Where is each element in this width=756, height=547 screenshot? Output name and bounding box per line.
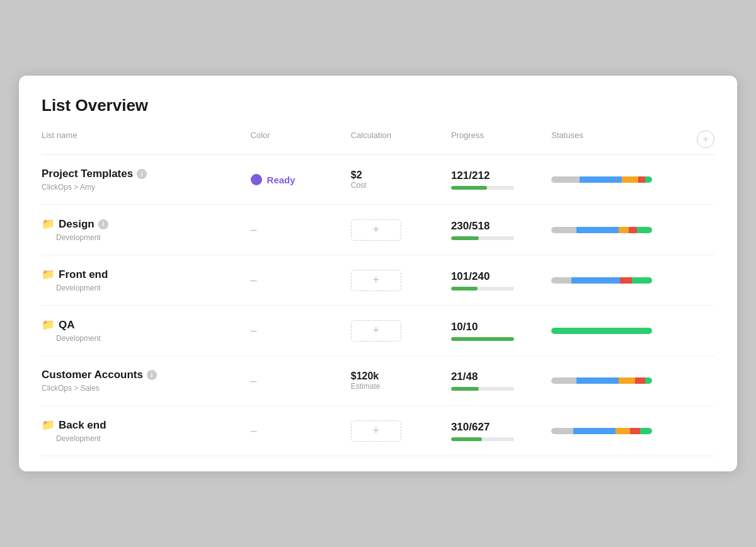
add-column-area: + (677, 130, 714, 148)
info-icon[interactable]: i (147, 370, 157, 380)
statuses-cell (551, 377, 677, 384)
list-overview-card: List Overview List name Color Calculatio… (19, 76, 737, 471)
calc-type: Cost (351, 181, 451, 190)
status-segment (619, 227, 629, 233)
progress-bar-fill (451, 287, 478, 291)
table-row: 📁Front endDevelopment–+101/240 (42, 255, 714, 306)
table-row: 📁QADevelopment–+10/10 (42, 306, 714, 356)
progress-number: 121/212 (451, 170, 551, 182)
status-segment (645, 176, 652, 183)
color-cell: – (251, 324, 351, 337)
color-cell: – (251, 223, 351, 236)
breadcrumb: Development (42, 284, 251, 292)
list-name-text: Customer Accounts (42, 369, 143, 381)
progress-cell: 10/10 (451, 321, 551, 341)
progress-cell: 121/212 (451, 170, 551, 190)
color-dash: – (251, 274, 257, 287)
status-segment (645, 377, 652, 384)
folder-icon: 📁 (42, 318, 55, 331)
col-calculation: Calculation (351, 130, 451, 148)
status-segment (637, 227, 652, 233)
progress-bar (451, 387, 514, 391)
breadcrumb: Development (42, 233, 251, 242)
color-dash: – (251, 223, 257, 236)
calculation-cell: + (351, 320, 451, 342)
progress-cell: 230/518 (451, 220, 551, 240)
col-list-name: List name (42, 130, 251, 148)
table-row: Customer AccountsiClickOps > Sales–$120k… (42, 356, 714, 406)
progress-number: 230/518 (451, 220, 551, 233)
add-column-button[interactable]: + (697, 130, 714, 148)
status-segment (551, 176, 580, 183)
color-cell: – (251, 424, 351, 437)
color-dash: – (251, 324, 257, 337)
folder-icon: 📁 (42, 217, 55, 231)
color-cell: – (251, 274, 351, 287)
color-dot (251, 174, 262, 185)
col-statuses: Statuses (551, 130, 677, 148)
progress-bar (451, 337, 514, 341)
list-name-text: QA (59, 319, 75, 331)
status-segment (551, 227, 576, 233)
status-bar (551, 176, 652, 183)
list-name-cell: Customer AccountsiClickOps > Sales (42, 369, 251, 393)
statuses-cell (551, 428, 677, 434)
calculation-cell: $120kEstimate (351, 371, 451, 391)
add-calculation-button[interactable]: + (351, 270, 401, 291)
color-cell: Ready (251, 174, 351, 185)
add-calculation-button[interactable]: + (351, 219, 401, 241)
status-segment (551, 377, 576, 384)
color-cell: – (251, 374, 351, 388)
progress-bar (451, 186, 514, 190)
status-bar (551, 328, 652, 334)
progress-number: 101/240 (451, 270, 551, 283)
status-segment (576, 377, 619, 384)
status-segment (629, 227, 637, 233)
statuses-cell (551, 176, 677, 183)
status-segment (616, 428, 629, 434)
page-title: List Overview (42, 96, 714, 115)
color-dash: – (251, 374, 257, 388)
status-segment (571, 277, 620, 284)
status-bar (551, 227, 652, 233)
progress-bar (451, 236, 514, 240)
status-segment (551, 277, 571, 284)
info-icon[interactable]: i (98, 219, 108, 229)
calc-value: $120k (351, 371, 451, 382)
list-name-text: Front end (59, 268, 108, 281)
list-name-text: Back end (59, 419, 106, 432)
table-header: List name Color Calculation Progress Sta… (42, 130, 714, 155)
info-icon[interactable]: i (137, 169, 147, 179)
table-row: 📁DesigniDevelopment–+230/518 (42, 205, 714, 255)
table-row: Project TemplatesiClickOps > AmyReady$2C… (42, 155, 714, 205)
list-name-cell: 📁Back endDevelopment (42, 418, 251, 443)
progress-bar-fill (451, 387, 479, 391)
progress-bar-fill (451, 186, 487, 190)
calculation-cell: + (351, 219, 451, 241)
status-segment (551, 428, 573, 434)
add-calculation-button[interactable]: + (351, 320, 401, 342)
breadcrumb: Development (42, 334, 251, 343)
status-segment (620, 277, 632, 284)
col-color: Color (251, 130, 351, 148)
progress-number: 310/627 (451, 421, 551, 434)
list-name-cell: Project TemplatesiClickOps > Amy (42, 168, 251, 192)
progress-cell: 310/627 (451, 421, 551, 441)
breadcrumb: ClickOps > Sales (42, 384, 251, 393)
status-segment (635, 377, 645, 384)
status-segment (619, 377, 635, 384)
progress-cell: 101/240 (451, 270, 551, 291)
status-segment (638, 176, 645, 183)
col-progress: Progress (451, 130, 551, 148)
list-name-text: Project Templates (42, 168, 133, 180)
color-dash: – (251, 424, 257, 437)
status-segment (580, 176, 622, 183)
list-name-cell: 📁QADevelopment (42, 318, 251, 343)
status-bar (551, 277, 652, 284)
calc-value: $2 (351, 170, 451, 181)
status-segment (573, 428, 616, 434)
add-calculation-button[interactable]: + (351, 420, 401, 442)
status-segment (622, 176, 638, 183)
statuses-cell (551, 328, 677, 334)
progress-bar-fill (451, 236, 479, 240)
